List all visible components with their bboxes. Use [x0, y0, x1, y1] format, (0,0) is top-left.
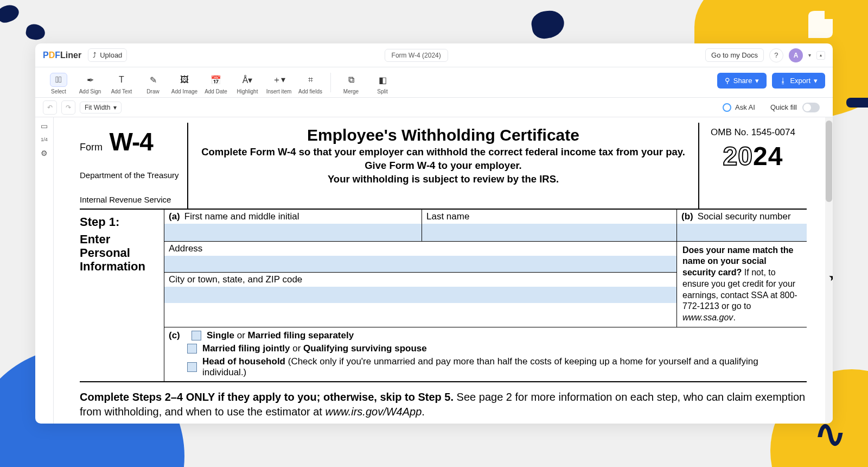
download-icon: ⭳: [780, 77, 787, 85]
tool-highlight[interactable]: Å▾ Highlight: [232, 71, 263, 94]
share-button[interactable]: ⚲ Share ▾: [717, 73, 767, 89]
tool-draw[interactable]: ✎ Draw: [137, 71, 169, 94]
upload-button[interactable]: ⤴ Upload: [88, 48, 127, 62]
checkbox-single[interactable]: [192, 331, 201, 340]
ask-ai-button[interactable]: Ask AI: [717, 101, 761, 114]
document-viewport[interactable]: ➤ Form W-4 Department of the Treasury In…: [54, 117, 833, 424]
fields-icon: ⌗: [302, 73, 319, 87]
toggle-icon: [802, 103, 820, 112]
address-field[interactable]: [164, 256, 676, 272]
form-number: W-4: [109, 127, 152, 156]
pencil-icon: ✎: [144, 73, 162, 87]
form-page: Form W-4 Department of the Treasury Inte…: [80, 123, 807, 424]
tool-insert-item[interactable]: ＋▾ Insert item: [263, 71, 295, 94]
undo-button[interactable]: ↶: [43, 100, 57, 115]
city-label: City or town, state, and ZIP code: [164, 272, 676, 287]
scrollbar-thumb[interactable]: [826, 121, 832, 202]
step1-subtitle: Enter Personal Information: [80, 232, 161, 274]
filing-single-label: Single or Married filing separately: [207, 330, 354, 341]
settings-icon[interactable]: ⚙: [41, 149, 48, 157]
toolbar: ⬚⃕ Select ✒ Add Sign T Add Text ✎ Draw 🖼…: [35, 67, 833, 98]
redo-button[interactable]: ↷: [61, 100, 75, 115]
omb-number: OMB No. 1545-0074: [701, 127, 805, 138]
collapse-button[interactable]: ▴: [816, 51, 825, 60]
filing-joint-label: Married filing jointly or Qualifying sur…: [202, 343, 427, 354]
ai-icon: [723, 103, 731, 112]
step1-title: Step 1:: [80, 215, 161, 229]
ssn-label: Social security number: [698, 211, 791, 222]
address-label: Address: [164, 242, 676, 256]
ssn-question: Does your name match the name on your so…: [676, 242, 807, 327]
ssn-field[interactable]: [677, 224, 807, 241]
user-menu-caret[interactable]: ▾: [808, 52, 811, 58]
last-name-field[interactable]: [422, 224, 676, 241]
first-name-label: First name and middle initial: [184, 211, 299, 222]
page-thumb-icon[interactable]: ▭: [41, 122, 48, 130]
form-instruction-3: Your withholding is subject to review by…: [197, 173, 690, 186]
dept-line1: Department of the Treasury: [80, 171, 184, 181]
subbar: ↶ ↷ Fit Width ▾ Ask AI Quick fill: [35, 98, 833, 117]
checkbox-head-household[interactable]: [187, 362, 197, 372]
highlighter-icon: Å▾: [239, 73, 256, 87]
tool-merge[interactable]: ⧉ Merge: [335, 71, 367, 94]
page-indicator: 1/4: [41, 137, 48, 142]
text-icon: T: [113, 73, 130, 87]
tool-add-fields[interactable]: ⌗ Add fields: [295, 71, 326, 94]
tool-add-text[interactable]: T Add Text: [106, 71, 137, 94]
split-icon: ◧: [374, 73, 391, 87]
chevron-down-icon: ▾: [814, 77, 818, 85]
zoom-select[interactable]: Fit Width ▾: [80, 102, 122, 113]
topbar: PDFLiner ⤴ Upload Form W-4 (2024) Go to …: [35, 43, 833, 67]
quick-fill-toggle[interactable]: Quick fill: [765, 100, 825, 115]
form-title: Employee's Withholding Certificate: [197, 126, 690, 144]
last-name-label: Last name: [422, 210, 676, 224]
filing-hoh-label: Head of household (Check only if you're …: [202, 356, 802, 378]
app-logo: PDFLiner: [43, 51, 81, 60]
checkbox-married-joint[interactable]: [187, 344, 197, 354]
user-avatar[interactable]: A: [789, 48, 803, 62]
document-name[interactable]: Form W-4 (2024): [385, 49, 448, 62]
go-to-docs-button[interactable]: Go to my Docs: [705, 48, 764, 62]
help-button[interactable]: ?: [769, 48, 783, 62]
first-name-field[interactable]: [164, 224, 422, 241]
image-icon: 🖼: [176, 73, 193, 87]
brand-logo-icon: [803, 8, 835, 41]
dept-line2: Internal Revenue Service: [80, 195, 184, 205]
form-instruction-2: Give Form W-4 to your employer.: [197, 159, 690, 173]
tool-select[interactable]: ⬚⃕ Select: [43, 71, 74, 94]
cursor-icon: ⬚⃕: [50, 73, 67, 87]
upload-label: Upload: [100, 51, 122, 59]
tool-add-date[interactable]: 📅 Add Date: [200, 71, 232, 94]
city-field[interactable]: [164, 287, 676, 303]
plus-icon: ＋▾: [270, 73, 288, 87]
share-icon: ⚲: [725, 77, 730, 85]
tool-split[interactable]: ◧ Split: [367, 71, 398, 94]
upload-icon: ⤴: [93, 51, 97, 59]
tool-add-sign[interactable]: ✒ Add Sign: [74, 71, 106, 94]
chevron-down-icon: ▾: [113, 104, 117, 111]
scrollbar-track[interactable]: [825, 117, 833, 424]
form-word: Form: [80, 142, 103, 153]
signature-icon: ✒: [81, 73, 99, 87]
chevron-down-icon: ▾: [755, 77, 759, 85]
app-window: PDFLiner ⤴ Upload Form W-4 (2024) Go to …: [35, 43, 833, 424]
calendar-icon: 📅: [207, 73, 225, 87]
form-instruction-1: Complete Form W-4 so that your employer …: [197, 146, 690, 159]
tool-add-image[interactable]: 🖼 Add Image: [169, 71, 200, 94]
form-year: 2024: [701, 141, 805, 171]
merge-icon: ⧉: [342, 73, 360, 87]
export-button[interactable]: ⭳ Export ▾: [772, 73, 825, 89]
left-rail: ▭ 1/4 ⚙: [35, 117, 54, 424]
steps-instruction: Complete Steps 2–4 ONLY if they apply to…: [80, 382, 807, 424]
